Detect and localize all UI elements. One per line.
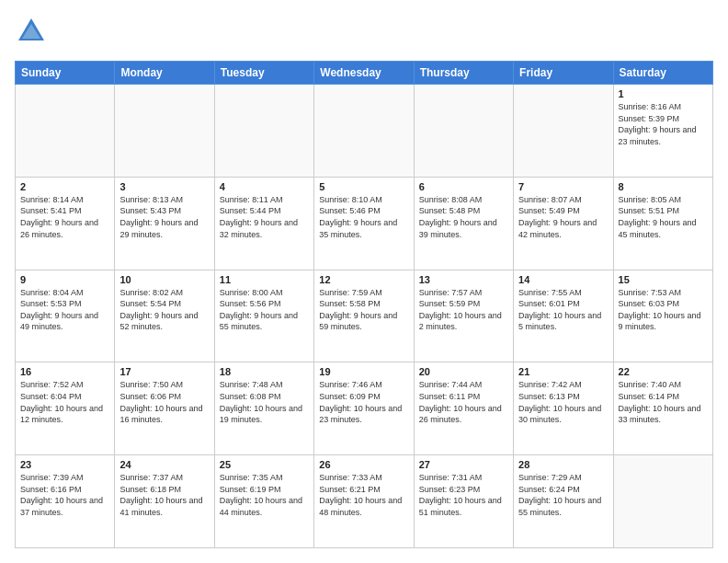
day-info: Sunrise: 7:46 AM Sunset: 6:09 PM Dayligh…: [319, 379, 408, 425]
calendar-cell: 19Sunrise: 7:46 AM Sunset: 6:09 PM Dayli…: [314, 362, 414, 455]
calendar-cell: 26Sunrise: 7:33 AM Sunset: 6:21 PM Dayli…: [314, 455, 414, 548]
day-number: 17: [119, 366, 209, 377]
week-row-0: 1Sunrise: 8:16 AM Sunset: 5:39 PM Daylig…: [16, 85, 713, 178]
day-number: 4: [220, 181, 309, 192]
day-number: 10: [119, 274, 209, 285]
calendar-cell: 12Sunrise: 7:59 AM Sunset: 5:58 PM Dayli…: [314, 270, 414, 362]
day-info: Sunrise: 8:11 AM Sunset: 5:44 PM Dayligh…: [220, 194, 309, 240]
day-info: Sunrise: 7:53 AM Sunset: 6:03 PM Dayligh…: [619, 287, 708, 333]
day-number: 18: [220, 366, 309, 377]
calendar-cell: [16, 85, 115, 178]
calendar-cell: 17Sunrise: 7:50 AM Sunset: 6:06 PM Dayli…: [115, 362, 214, 455]
calendar-cell: 28Sunrise: 7:29 AM Sunset: 6:24 PM Dayli…: [514, 455, 613, 548]
day-number: 3: [119, 181, 209, 192]
calendar-cell: 27Sunrise: 7:31 AM Sunset: 6:23 PM Dayli…: [414, 455, 513, 548]
day-info: Sunrise: 7:39 AM Sunset: 6:16 PM Dayligh…: [20, 472, 109, 518]
weekday-header-thursday: Thursday: [414, 62, 513, 85]
calendar-cell: 15Sunrise: 7:53 AM Sunset: 6:03 PM Dayli…: [613, 270, 712, 362]
day-number: 12: [319, 274, 408, 285]
weekday-header-tuesday: Tuesday: [214, 62, 313, 85]
day-info: Sunrise: 7:31 AM Sunset: 6:23 PM Dayligh…: [419, 472, 508, 518]
day-number: 14: [518, 274, 608, 285]
weekday-header-row: SundayMondayTuesdayWednesdayThursdayFrid…: [16, 62, 713, 85]
day-number: 28: [518, 459, 608, 470]
day-number: 6: [419, 181, 508, 192]
calendar-cell: 5Sunrise: 8:10 AM Sunset: 5:46 PM Daylig…: [314, 177, 414, 270]
day-number: 5: [319, 181, 408, 192]
weekday-header-wednesday: Wednesday: [314, 62, 414, 85]
calendar-cell: 20Sunrise: 7:44 AM Sunset: 6:11 PM Dayli…: [414, 362, 513, 455]
calendar-cell: 21Sunrise: 7:42 AM Sunset: 6:13 PM Dayli…: [514, 362, 613, 455]
calendar-cell: [314, 85, 414, 178]
day-info: Sunrise: 7:42 AM Sunset: 6:13 PM Dayligh…: [518, 379, 608, 425]
day-info: Sunrise: 8:07 AM Sunset: 5:49 PM Dayligh…: [518, 194, 608, 240]
calendar-cell: 7Sunrise: 8:07 AM Sunset: 5:49 PM Daylig…: [514, 177, 613, 270]
day-number: 1: [619, 88, 708, 99]
day-info: Sunrise: 8:14 AM Sunset: 5:41 PM Dayligh…: [20, 194, 109, 240]
day-info: Sunrise: 8:08 AM Sunset: 5:48 PM Dayligh…: [419, 194, 508, 240]
calendar-cell: 24Sunrise: 7:37 AM Sunset: 6:18 PM Dayli…: [115, 455, 214, 548]
day-number: 19: [319, 366, 408, 377]
day-number: 13: [419, 274, 508, 285]
day-number: 9: [20, 274, 109, 285]
logo: [15, 15, 51, 52]
day-info: Sunrise: 7:48 AM Sunset: 6:08 PM Dayligh…: [220, 379, 309, 425]
day-number: 22: [619, 366, 708, 377]
day-number: 25: [220, 459, 309, 470]
calendar-cell: 8Sunrise: 8:05 AM Sunset: 5:51 PM Daylig…: [613, 177, 712, 270]
week-row-1: 2Sunrise: 8:14 AM Sunset: 5:41 PM Daylig…: [16, 177, 713, 270]
day-info: Sunrise: 7:37 AM Sunset: 6:18 PM Dayligh…: [119, 472, 209, 518]
weekday-header-friday: Friday: [514, 62, 613, 85]
day-number: 26: [319, 459, 408, 470]
day-number: 2: [20, 181, 109, 192]
calendar-cell: 23Sunrise: 7:39 AM Sunset: 6:16 PM Dayli…: [16, 455, 115, 548]
calendar-cell: 3Sunrise: 8:13 AM Sunset: 5:43 PM Daylig…: [115, 177, 214, 270]
calendar-cell: 18Sunrise: 7:48 AM Sunset: 6:08 PM Dayli…: [214, 362, 313, 455]
calendar-cell: 1Sunrise: 8:16 AM Sunset: 5:39 PM Daylig…: [613, 85, 712, 178]
day-info: Sunrise: 8:16 AM Sunset: 5:39 PM Dayligh…: [619, 101, 708, 147]
day-info: Sunrise: 8:04 AM Sunset: 5:53 PM Dayligh…: [20, 287, 109, 333]
day-number: 15: [619, 274, 708, 285]
calendar-cell: 25Sunrise: 7:35 AM Sunset: 6:19 PM Dayli…: [214, 455, 313, 548]
day-info: Sunrise: 7:50 AM Sunset: 6:06 PM Dayligh…: [119, 379, 209, 425]
day-info: Sunrise: 7:29 AM Sunset: 6:24 PM Dayligh…: [518, 472, 608, 518]
calendar-cell: 22Sunrise: 7:40 AM Sunset: 6:14 PM Dayli…: [613, 362, 712, 455]
day-info: Sunrise: 8:05 AM Sunset: 5:51 PM Dayligh…: [619, 194, 708, 240]
day-number: 24: [119, 459, 209, 470]
weekday-header-saturday: Saturday: [613, 62, 712, 85]
day-info: Sunrise: 7:40 AM Sunset: 6:14 PM Dayligh…: [619, 379, 708, 425]
page: SundayMondayTuesdayWednesdayThursdayFrid…: [0, 0, 728, 563]
day-number: 11: [220, 274, 309, 285]
day-number: 16: [20, 366, 109, 377]
week-row-2: 9Sunrise: 8:04 AM Sunset: 5:53 PM Daylig…: [16, 270, 713, 362]
day-info: Sunrise: 7:33 AM Sunset: 6:21 PM Dayligh…: [319, 472, 408, 518]
calendar-cell: 14Sunrise: 7:55 AM Sunset: 6:01 PM Dayli…: [514, 270, 613, 362]
header: [15, 15, 713, 52]
day-number: 27: [419, 459, 508, 470]
day-number: 7: [518, 181, 608, 192]
calendar-cell: [514, 85, 613, 178]
calendar-cell: 11Sunrise: 8:00 AM Sunset: 5:56 PM Dayli…: [214, 270, 313, 362]
calendar-cell: 9Sunrise: 8:04 AM Sunset: 5:53 PM Daylig…: [16, 270, 115, 362]
logo-icon: [15, 15, 48, 48]
day-info: Sunrise: 7:44 AM Sunset: 6:11 PM Dayligh…: [419, 379, 508, 425]
day-number: 20: [419, 366, 508, 377]
calendar-cell: 16Sunrise: 7:52 AM Sunset: 6:04 PM Dayli…: [16, 362, 115, 455]
calendar-cell: [115, 85, 214, 178]
calendar-cell: 6Sunrise: 8:08 AM Sunset: 5:48 PM Daylig…: [414, 177, 513, 270]
week-row-3: 16Sunrise: 7:52 AM Sunset: 6:04 PM Dayli…: [16, 362, 713, 455]
day-info: Sunrise: 7:59 AM Sunset: 5:58 PM Dayligh…: [319, 287, 408, 333]
calendar-cell: 4Sunrise: 8:11 AM Sunset: 5:44 PM Daylig…: [214, 177, 313, 270]
day-number: 21: [518, 366, 608, 377]
calendar-cell: 2Sunrise: 8:14 AM Sunset: 5:41 PM Daylig…: [16, 177, 115, 270]
calendar-cell: 13Sunrise: 7:57 AM Sunset: 5:59 PM Dayli…: [414, 270, 513, 362]
calendar-cell: [613, 455, 712, 548]
calendar-cell: [414, 85, 513, 178]
calendar-cell: 10Sunrise: 8:02 AM Sunset: 5:54 PM Dayli…: [115, 270, 214, 362]
week-row-4: 23Sunrise: 7:39 AM Sunset: 6:16 PM Dayli…: [16, 455, 713, 548]
day-number: 8: [619, 181, 708, 192]
day-info: Sunrise: 8:02 AM Sunset: 5:54 PM Dayligh…: [119, 287, 209, 333]
weekday-header-sunday: Sunday: [16, 62, 115, 85]
day-number: 23: [20, 459, 109, 470]
day-info: Sunrise: 8:13 AM Sunset: 5:43 PM Dayligh…: [119, 194, 209, 240]
